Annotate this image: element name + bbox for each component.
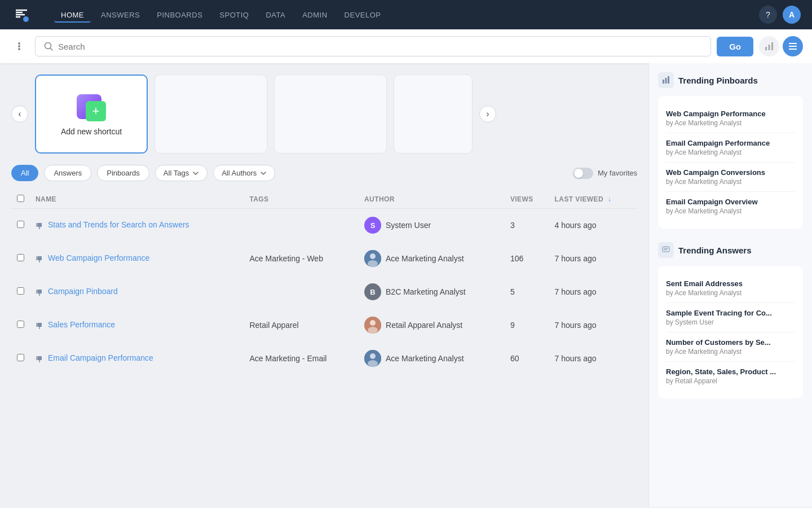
add-shortcut-icon: + (77, 92, 106, 121)
svg-rect-13 (769, 45, 770, 50)
trending-answers-icon (658, 242, 674, 258)
svg-point-41 (368, 360, 378, 367)
svg-rect-43 (665, 78, 667, 84)
svg-point-9 (18, 48, 20, 50)
authors-dropdown[interactable]: All Authors (213, 165, 275, 181)
favorites-switch[interactable] (573, 168, 593, 179)
row-author: Ace Marketing Analyst (359, 342, 505, 375)
search-bar: Go (0, 29, 812, 63)
table-row: Web Campaign PerformanceAce Marketing - … (11, 242, 637, 275)
row-checkbox-3[interactable] (17, 321, 24, 328)
trending-answer-2[interactable]: Sample Event Tracing for Co... by System… (666, 303, 795, 332)
item-link-1[interactable]: Web Campaign Performance (48, 253, 149, 262)
shortcuts-next-button[interactable]: › (479, 106, 496, 122)
row-checkbox-1[interactable] (17, 254, 24, 261)
row-type-icon (36, 354, 45, 364)
svg-rect-17 (789, 49, 797, 50)
row-views: 5 (505, 275, 549, 309)
filter-pinboards[interactable]: Pinboards (97, 165, 149, 181)
add-shortcut-card[interactable]: + Add new shortcut (35, 75, 148, 154)
author-avatar-2: B (364, 283, 381, 300)
row-tags: Ace Marketing - Email (244, 342, 359, 375)
tags-dropdown[interactable]: All Tags (155, 165, 208, 181)
menu-toggle-button[interactable] (9, 36, 29, 56)
nav-home[interactable]: HOME (54, 7, 91, 23)
app-logo[interactable]: · (11, 5, 32, 25)
nav-data[interactable]: DATA (259, 7, 292, 23)
svg-point-25 (370, 253, 376, 259)
filter-all[interactable]: All (11, 165, 38, 181)
svg-rect-42 (663, 80, 664, 84)
list-view-button[interactable] (783, 36, 803, 56)
shortcut-placeholder-1 (155, 75, 267, 154)
search-input-container[interactable] (35, 36, 711, 56)
trending-answer-1[interactable]: Sent Email Addresses by Ace Marketing An… (666, 274, 795, 303)
filter-answers[interactable]: Answers (44, 165, 91, 181)
search-bar-icons (759, 36, 803, 56)
trending-answer-3[interactable]: Number of Customers by Se... by Ace Mark… (666, 332, 795, 362)
trending-answer-4[interactable]: Region, State, Sales, Product ... by Ret… (666, 362, 795, 391)
go-button[interactable]: Go (717, 37, 753, 56)
svg-point-7 (18, 42, 20, 45)
author-name-3: Retail Apparel Analyst (386, 321, 462, 330)
trending-pinboard-4[interactable]: Email Campaign Overview by Ace Marketing… (666, 192, 795, 221)
nav-develop[interactable]: DEVELOP (338, 7, 388, 23)
row-checkbox-0[interactable] (17, 221, 24, 228)
row-tags: Ace Marketing - Web (244, 242, 359, 275)
row-tags (244, 275, 359, 309)
shortcut-placeholder-3 (394, 75, 473, 154)
help-button[interactable]: ? (759, 6, 777, 24)
row-tags: Retail Apparel (244, 309, 359, 342)
trending-pinboard-2[interactable]: Email Campaign Performance by Ace Market… (666, 133, 795, 163)
favorites-label: My favorites (598, 169, 637, 177)
favorites-toggle[interactable]: My favorites (573, 168, 637, 179)
search-input[interactable] (58, 42, 703, 51)
row-views: 9 (505, 309, 549, 342)
user-avatar[interactable]: A (783, 6, 801, 24)
row-last-viewed: 7 hours ago (549, 342, 637, 375)
svg-rect-22 (38, 256, 42, 260)
nav-answers[interactable]: ANSWERS (94, 7, 147, 23)
svg-rect-37 (38, 356, 42, 360)
chart-view-button[interactable] (759, 36, 779, 56)
svg-point-40 (370, 353, 376, 359)
filter-row: All Answers Pinboards All Tags All Autho… (11, 165, 637, 181)
author-avatar-0: S (364, 217, 381, 234)
nav-spotiq[interactable]: SPOTIQ (213, 7, 255, 23)
table-row: Campaign PinboardBB2C Marketing Analyst5… (11, 275, 637, 309)
select-all-checkbox[interactable] (17, 195, 24, 202)
row-checkbox-2[interactable] (17, 287, 24, 295)
row-views: 3 (505, 209, 549, 242)
item-link-0[interactable]: Stats and Trends for Search on Answers (48, 220, 189, 229)
svg-point-10 (45, 43, 51, 49)
table-row: Sales PerformanceRetail Apparel Retail A… (11, 309, 637, 342)
item-link-3[interactable]: Sales Performance (48, 320, 115, 329)
add-shortcut-label: Add new shortcut (61, 127, 122, 136)
nav-pinboards[interactable]: PINBOARDS (150, 7, 209, 23)
col-last-viewed: Last viewed ↓ (549, 190, 637, 209)
nav-right: ? A (759, 6, 801, 24)
row-last-viewed: 7 hours ago (549, 275, 637, 309)
row-author: Ace Marketing Analyst (359, 242, 505, 275)
trending-answers-section: Trending Answers Sent Email Addresses by… (658, 242, 803, 398)
author-name-0: System User (386, 221, 431, 230)
trending-answers-card: Sent Email Addresses by Ace Marketing An… (658, 266, 803, 398)
svg-text:·: · (25, 18, 27, 22)
item-link-2[interactable]: Campaign Pinboard (48, 287, 118, 296)
shortcuts-prev-button[interactable]: ‹ (11, 106, 28, 122)
trending-pinboard-3[interactable]: Web Campaign Conversions by Ace Marketin… (666, 163, 795, 192)
trending-pinboards-section: Trending Pinboards Web Campaign Performa… (658, 72, 803, 229)
svg-line-11 (51, 49, 53, 51)
row-views: 106 (505, 242, 549, 275)
item-link-4[interactable]: Email Campaign Performance (48, 353, 153, 362)
top-navigation: · HOME ANSWERS PINBOARDS SPOTIQ DATA ADM… (0, 0, 812, 29)
row-checkbox-4[interactable] (17, 354, 24, 361)
row-author: Retail Apparel Analyst (359, 309, 505, 342)
svg-rect-31 (38, 323, 42, 327)
svg-rect-16 (789, 46, 797, 47)
nav-admin[interactable]: ADMIN (295, 7, 334, 23)
author-avatar-3 (364, 317, 381, 334)
row-type-icon (36, 321, 45, 330)
row-type-icon (36, 288, 45, 297)
trending-pinboard-1[interactable]: Web Campaign Performance by Ace Marketin… (666, 104, 795, 133)
